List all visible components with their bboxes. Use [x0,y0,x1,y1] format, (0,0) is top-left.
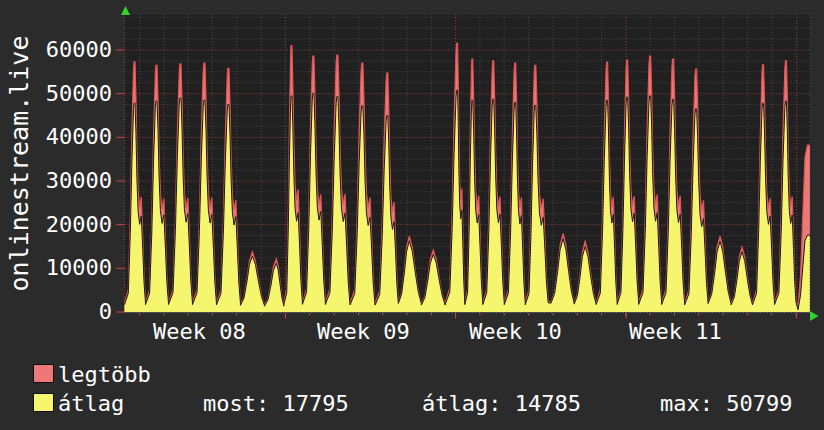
x-axis-label: Week 11 [629,320,722,344]
stat-atlag: átlag: 14785 [422,392,581,416]
legend-label-atlag: átlag [58,392,124,416]
x-axis-label: Week 08 [153,320,246,344]
y-axis-label: 20000 [0,213,112,237]
stat-max: max: 50799 [660,392,792,416]
x-axis-arrow-icon [810,311,819,321]
y-axis-label: 0 [0,300,112,324]
y-axis-label: 30000 [0,169,112,193]
legend-swatch-atlag [33,393,54,412]
legend-swatch-legtobb [33,364,54,383]
y-axis-label: 40000 [0,125,112,149]
y-axis-arrow-icon [121,6,130,15]
y-axis-label: 50000 [0,82,112,106]
x-axis-label: Week 09 [317,320,410,344]
legend-label-legtobb: legtöbb [58,363,151,387]
stat-most: most: 17795 [203,392,349,416]
rrd-graph-window: onlinestream.live 0100002000030000400005… [0,0,824,430]
x-axis-label: Week 10 [469,320,562,344]
y-axis-label: 10000 [0,256,112,280]
y-axis-label: 60000 [0,38,112,62]
